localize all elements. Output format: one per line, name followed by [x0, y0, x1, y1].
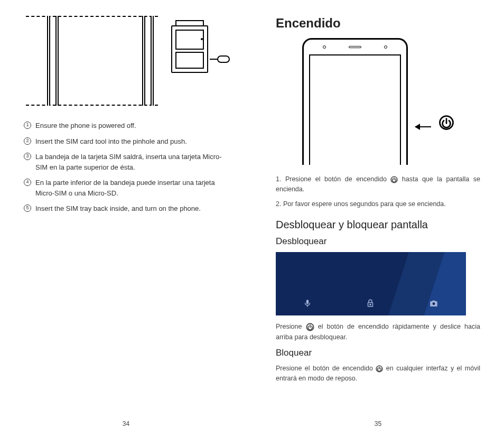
phone-speaker: [349, 46, 361, 48]
instruction-list: 1 Ensure the phone is powered off. 2 Ins…: [24, 120, 228, 214]
phone-screen: [309, 54, 401, 165]
diagram-rail: [55, 16, 59, 106]
power-arrow: [415, 76, 431, 127]
instruction-item: 2 Insert the SIM card tool into the pinh…: [24, 136, 228, 147]
diagram-rail: [142, 16, 145, 106]
heading-desbloquear: Desbloquear: [276, 236, 480, 247]
step-number: 1: [24, 122, 31, 129]
diagram-dashed-bottom: [26, 105, 158, 106]
heading-encendido: Encendido: [276, 16, 480, 31]
encendido-step-2: 2. Por favor espere unos segundos para q…: [276, 199, 480, 209]
step-number: 3: [24, 153, 31, 160]
page-spread: 1 Ensure the phone is powered off. 2 Ins…: [0, 0, 504, 437]
diagram-rail: [151, 16, 154, 106]
desbloquear-text: Presione el botón de encendido rápidamen…: [276, 322, 480, 342]
page-right: Encendido 1. Presione el botón de encend…: [252, 0, 504, 437]
bloquear-text: Presione el botón de encendido en cualqu…: [276, 364, 480, 384]
lockscreen-icon-row: [276, 299, 466, 308]
encendido-step-1: 1. Presione el botón de encendido hasta …: [276, 174, 480, 195]
mic-icon: [303, 299, 312, 308]
power-icon: [390, 176, 398, 183]
sim-tray-slot: [175, 52, 204, 69]
page-number: 34: [0, 420, 252, 427]
lock-icon: [366, 299, 375, 308]
text-fragment: Presione el botón de encendido: [276, 365, 376, 372]
step-number: 4: [24, 179, 31, 186]
pin-tool-handle: [217, 55, 230, 63]
text-fragment: 1. Presione el botón de encendido: [276, 175, 387, 183]
step-text: La bandeja de la tarjeta SIM saldrá, ins…: [35, 152, 228, 172]
sim-tray: [171, 25, 208, 73]
heading-desbloquear-bloquear: Desbloquear y bloquear pantalla: [276, 219, 480, 231]
instruction-item: 3 La bandeja de la tarjeta SIM saldrá, i…: [24, 152, 228, 172]
camera-icon: [428, 299, 439, 308]
phone-sensor: [384, 45, 387, 49]
step-text: Ensure the phone is powered off.: [35, 120, 228, 131]
svg-point-3: [370, 304, 371, 305]
phone-volume-button: [407, 77, 408, 92]
step-text: En la parte inferior de la bandeja puede…: [35, 178, 228, 198]
sim-tray-pinhole: [201, 38, 203, 40]
sim-pin-tool: [210, 55, 230, 63]
instruction-item: 5 Insert the SIM tray back inside, and t…: [24, 203, 228, 214]
phone-front-camera: [323, 45, 326, 49]
step-text: Insert the SIM tray back inside, and tur…: [35, 203, 228, 214]
step-text: Insert the SIM card tool into the pinhol…: [35, 136, 228, 147]
svg-point-4: [433, 302, 435, 305]
diagram-dashed-top: [26, 16, 158, 17]
arrow-line: [415, 126, 431, 127]
phone-outline: [302, 38, 408, 165]
heading-bloquear: Bloquear: [276, 348, 480, 358]
instruction-item: 4 En la parte inferior de la bandeja pue…: [24, 178, 228, 198]
instruction-item: 1 Ensure the phone is powered off.: [24, 120, 228, 131]
diagram-rail: [47, 16, 50, 106]
step-number: 2: [24, 137, 31, 145]
power-icon: [376, 365, 383, 373]
power-icon: [306, 323, 314, 331]
step-number: 5: [24, 204, 31, 212]
text-fragment: Presione: [276, 323, 306, 330]
page-number: 35: [252, 420, 504, 427]
phone-power-diagram: [276, 38, 480, 165]
page-left: 1 Ensure the phone is powered off. 2 Ins…: [0, 0, 252, 437]
power-icon: [438, 115, 454, 131]
sim-diagram: [26, 16, 227, 106]
phone-power-button: [407, 137, 408, 155]
lockscreen-image: [276, 252, 466, 315]
